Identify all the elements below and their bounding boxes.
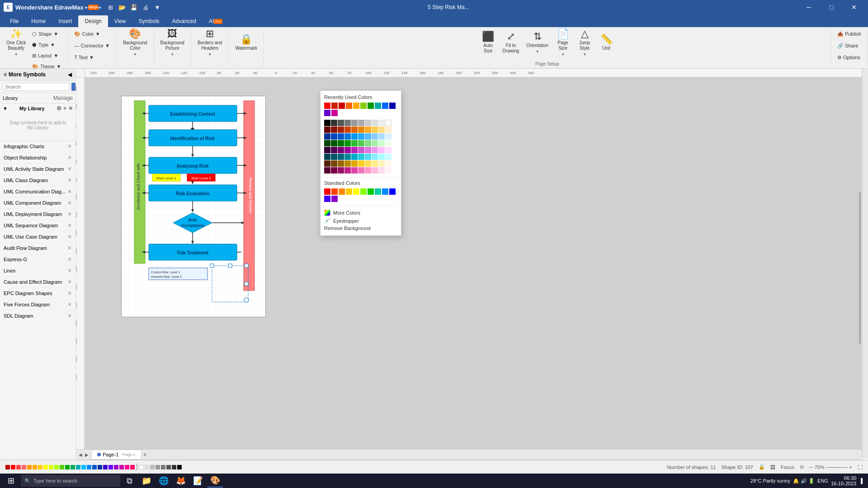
open-button[interactable]: 📂 (117, 2, 127, 13)
one-click-beautify-button[interactable]: ✨ One ClickBeautify ▼ (4, 29, 28, 56)
color-cell[interactable] (344, 160, 351, 167)
palette-cell[interactable] (87, 465, 91, 469)
color-cell[interactable] (372, 154, 378, 160)
taskview-button[interactable]: ⧉ (121, 474, 137, 488)
my-library-header[interactable]: ▼ My Library ⚙ + ✕ (3, 105, 73, 112)
color-cell[interactable] (358, 147, 364, 153)
palette-cell[interactable] (27, 465, 32, 469)
sidebar-item-close-lines[interactable]: ✕ (67, 267, 72, 274)
color-cell[interactable] (385, 127, 392, 133)
color-cell[interactable] (331, 133, 337, 140)
palette-cell[interactable] (60, 465, 64, 469)
search-input[interactable] (3, 83, 70, 91)
color-cell[interactable] (324, 120, 330, 126)
palette-cell[interactable] (139, 465, 144, 469)
sidebar-item-uml-activity[interactable]: UML Activity State Diagram ✕ (0, 164, 75, 175)
color-cell-std[interactable] (382, 188, 388, 195)
tab-file[interactable]: File (4, 15, 25, 27)
color-cell[interactable] (378, 120, 385, 126)
color-cell[interactable] (351, 140, 358, 146)
color-cell[interactable] (344, 154, 351, 160)
firefox-button[interactable]: 🦊 (173, 474, 189, 488)
palette-cell[interactable] (172, 465, 176, 469)
color-cell-std[interactable] (360, 188, 367, 195)
color-cell[interactable] (375, 103, 381, 109)
sidebar-item-close-uml-comm[interactable]: ✕ (67, 188, 72, 195)
zoom-slider[interactable]: ────── (826, 465, 848, 470)
color-cell-std[interactable] (331, 188, 338, 195)
color-cell[interactable] (344, 147, 351, 153)
color-cell[interactable] (324, 154, 330, 160)
tab-advanced[interactable]: Advanced (166, 15, 203, 27)
color-cell[interactable] (358, 160, 364, 167)
color-cell[interactable] (344, 133, 351, 140)
color-cell[interactable] (378, 160, 385, 167)
sidebar-item-cause-effect[interactable]: Cause and Effect Diagram ✕ (0, 277, 75, 288)
color-cell[interactable] (365, 133, 371, 140)
color-cell-std[interactable] (353, 188, 359, 195)
color-cell[interactable] (378, 133, 385, 140)
palette-cell[interactable] (177, 465, 182, 469)
palette-cell[interactable] (145, 465, 149, 469)
color-cell[interactable] (358, 154, 364, 160)
sidebar-item-uml-comm[interactable]: UML Communication Diag... ✕ (0, 186, 75, 197)
sidebar-item-close-audit[interactable]: ✕ (67, 245, 72, 251)
sidebar-item-sdl[interactable]: SDL Diagram ✕ (0, 310, 75, 322)
orientation-button[interactable]: ⇅ Orientation ▼ (524, 29, 551, 56)
share-button[interactable]: 🔗 Share (835, 41, 861, 51)
connector-button[interactable]: ― Connector ▼ (71, 41, 113, 51)
color-cell[interactable] (378, 147, 385, 153)
color-cell[interactable] (338, 127, 344, 133)
auto-size-button[interactable]: ⬛ AutoSize (478, 29, 498, 56)
sidebar-item-close-cause[interactable]: ✕ (67, 279, 72, 285)
palette-cell[interactable] (43, 465, 48, 469)
undo-button[interactable]: ↩ (81, 2, 92, 13)
palette-cell[interactable] (150, 465, 155, 469)
color-cell[interactable] (360, 103, 367, 109)
page-size-button[interactable]: 📄 PageSize ▼ (553, 29, 573, 56)
color-cell[interactable] (331, 103, 338, 109)
fullscreen-button[interactable]: ⛶ (858, 465, 863, 470)
color-cell[interactable] (338, 147, 344, 153)
color-cell[interactable] (344, 140, 351, 146)
redo-button[interactable]: ↪ (93, 2, 104, 13)
color-cell[interactable] (365, 154, 371, 160)
color-cell[interactable] (351, 120, 358, 126)
sidebar-item-close-uml-comp[interactable]: ✕ (67, 200, 72, 206)
color-cell[interactable] (365, 167, 371, 174)
palette-cell[interactable] (49, 465, 53, 469)
color-cell[interactable] (331, 160, 337, 167)
color-cell-std[interactable] (389, 188, 396, 195)
jump-style-button[interactable]: △ JumpStyle ▼ (575, 29, 594, 56)
sidebar-item-close-uml-activity[interactable]: ✕ (67, 166, 72, 172)
color-cell[interactable] (358, 140, 364, 146)
palette-cell[interactable] (92, 465, 97, 469)
color-cell[interactable] (372, 133, 378, 140)
text-style-button[interactable]: T Text ▼ (71, 52, 97, 62)
color-cell[interactable] (331, 147, 337, 153)
palette-cell[interactable] (11, 465, 15, 469)
sidebar-item-close-uml-seq[interactable]: ✕ (67, 222, 72, 229)
palette-cell[interactable] (33, 465, 37, 469)
sidebar-toggle[interactable]: ◀ (68, 71, 72, 78)
color-cell[interactable] (378, 167, 385, 174)
zoom-out-button[interactable]: ─ (809, 465, 813, 470)
explorer-button[interactable]: 📁 (138, 474, 155, 488)
palette-cell[interactable] (161, 465, 165, 469)
color-cell[interactable] (365, 120, 371, 126)
color-cell[interactable] (331, 127, 337, 133)
search-button[interactable]: Search (71, 83, 76, 91)
print-button[interactable]: 🖨 (140, 2, 151, 13)
sidebar-item-object-relationship[interactable]: Object Relationship ✕ (0, 152, 75, 164)
manage-button[interactable]: Manage (53, 95, 73, 101)
sidebar-item-close-epc[interactable]: ✕ (67, 290, 72, 296)
palette-cell[interactable] (38, 465, 42, 469)
palette-cell[interactable] (166, 465, 171, 469)
color-cell[interactable] (353, 103, 359, 109)
sidebar-item-close-infographic[interactable]: ✕ (67, 143, 72, 150)
my-library-settings-icon[interactable]: ⚙ (57, 105, 61, 112)
eyedropper-button[interactable]: 💉 Eyedropper (324, 217, 397, 225)
palette-cell[interactable] (81, 465, 86, 469)
zoom-in-button[interactable]: + (849, 465, 852, 470)
color-cell-std[interactable] (375, 188, 381, 195)
